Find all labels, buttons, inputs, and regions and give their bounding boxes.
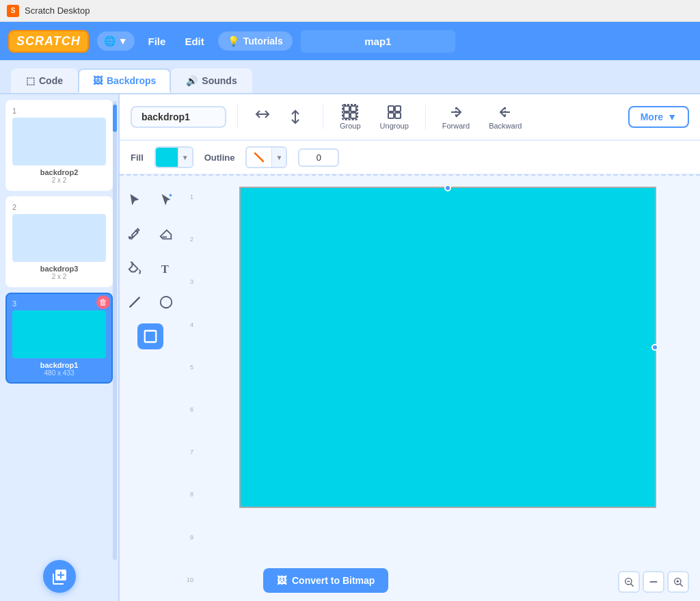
zoom-reset-button[interactable] bbox=[643, 571, 664, 593]
backdrop-item-2[interactable]: 2 backdrop3 2 x 2 bbox=[5, 196, 113, 287]
menu-file[interactable]: File bbox=[143, 31, 172, 51]
tool-row-1 bbox=[122, 187, 179, 213]
group-button[interactable]: Group bbox=[334, 101, 366, 133]
circle-tool-button[interactable] bbox=[153, 289, 179, 315]
backdrop-thumb-1 bbox=[12, 118, 106, 165]
backdrop-thumb-3 bbox=[12, 310, 106, 358]
forward-button[interactable]: Forward bbox=[437, 101, 475, 133]
fill-label: Fill bbox=[131, 152, 144, 163]
svg-rect-15 bbox=[145, 331, 157, 343]
toolbar-divider-1 bbox=[237, 105, 238, 129]
ruler-8: 8 bbox=[183, 491, 193, 498]
backdrop-item-3[interactable]: 3 🗑 backdrop1 480 x 433 bbox=[5, 293, 113, 384]
eraser-tool-button[interactable] bbox=[153, 221, 179, 247]
sounds-icon: 🔊 bbox=[186, 75, 198, 86]
svg-point-10 bbox=[170, 194, 172, 197]
backdrop-size-1: 2 x 2 bbox=[12, 176, 106, 184]
convert-to-bitmap-button[interactable]: 🖼 Convert to Bitmap bbox=[263, 568, 388, 593]
convert-icon: 🖼 bbox=[277, 575, 286, 586]
scroll-indicator bbox=[113, 101, 117, 560]
fill-tool-button[interactable] bbox=[122, 255, 148, 281]
outline-value-input[interactable] bbox=[298, 148, 339, 167]
project-name-input[interactable] bbox=[301, 30, 455, 53]
handle-top-center[interactable] bbox=[444, 185, 451, 191]
outline-icon-button[interactable]: ▼ bbox=[245, 146, 287, 168]
scratch-logo[interactable]: SCRATCH bbox=[8, 30, 89, 53]
reshape-tool-button[interactable] bbox=[153, 187, 179, 213]
title-bar: S Scratch Desktop bbox=[0, 0, 700, 22]
backward-label: Backward bbox=[489, 122, 522, 130]
select-tool-button[interactable] bbox=[122, 187, 148, 213]
ruler-9: 9 bbox=[183, 534, 193, 541]
backdrop-name-1: backdrop2 bbox=[12, 168, 106, 176]
svg-line-17 bbox=[631, 584, 634, 587]
svg-rect-7 bbox=[388, 113, 394, 118]
tab-sounds[interactable]: 🔊 Sounds bbox=[171, 68, 252, 93]
globe-icon: 🌐 bbox=[104, 36, 116, 46]
backdrop-name-field[interactable] bbox=[131, 106, 226, 128]
flip-horizontal-button[interactable] bbox=[249, 106, 276, 128]
handle-right-center[interactable] bbox=[651, 344, 658, 351]
zoom-in-button[interactable] bbox=[667, 571, 689, 593]
drawing-canvas[interactable] bbox=[239, 187, 656, 508]
tutorials-button[interactable]: 💡 Tutorials bbox=[218, 31, 293, 51]
brush-tool-button[interactable] bbox=[122, 221, 148, 247]
svg-rect-3 bbox=[351, 113, 356, 118]
ruler-5: 5 bbox=[183, 364, 193, 371]
toolbar-divider-2 bbox=[323, 105, 323, 129]
forward-label: Forward bbox=[442, 122, 470, 130]
backdrop-name-3: backdrop1 bbox=[12, 361, 106, 369]
fill-color-button[interactable]: ▼ bbox=[154, 146, 193, 168]
menu-edit[interactable]: Edit bbox=[179, 31, 209, 51]
tool-row-5 bbox=[137, 323, 163, 349]
menu-bar: SCRATCH 🌐 ▼ File Edit 💡 Tutorials bbox=[0, 22, 700, 60]
more-button[interactable]: More ▼ bbox=[628, 106, 689, 128]
ungroup-button[interactable]: Ungroup bbox=[375, 101, 414, 133]
ruler-6: 6 bbox=[183, 406, 193, 413]
fill-outline-row: Fill ▼ Outline ▼ bbox=[120, 141, 700, 174]
svg-text:T: T bbox=[161, 263, 169, 276]
ruler-3: 3 bbox=[183, 278, 193, 285]
tab-code[interactable]: ⬚ Code bbox=[11, 68, 78, 93]
backdrop-number-2: 2 bbox=[12, 203, 106, 211]
ruler-1: 1 bbox=[183, 193, 193, 200]
editor-toolbar: Group Ungroup Forward bbox=[120, 94, 700, 141]
backdrop-size-3: 480 x 433 bbox=[12, 369, 106, 377]
convert-label: Convert to Bitmap bbox=[292, 575, 375, 586]
flip-vertical-button[interactable] bbox=[284, 106, 312, 128]
svg-rect-8 bbox=[395, 113, 401, 118]
canvas-container bbox=[239, 187, 656, 508]
ruler-left: 1 2 3 4 5 6 7 8 9 10 bbox=[181, 176, 195, 601]
editor-panel: Group Ungroup Forward bbox=[120, 94, 700, 601]
tool-row-4 bbox=[122, 289, 179, 315]
more-arrow-icon: ▼ bbox=[667, 111, 677, 122]
group-label: Group bbox=[340, 122, 361, 130]
drawing-wrapper: T bbox=[120, 176, 700, 601]
zoom-out-button[interactable] bbox=[618, 571, 640, 593]
title-bar-text: Scratch Desktop bbox=[25, 5, 90, 16]
tool-row-3: T bbox=[122, 255, 179, 281]
line-tool-button[interactable] bbox=[122, 289, 148, 315]
svg-rect-0 bbox=[344, 106, 349, 111]
add-backdrop-button[interactable] bbox=[43, 560, 76, 593]
text-tool-button[interactable]: T bbox=[153, 255, 179, 281]
ruler-4: 4 bbox=[183, 321, 193, 328]
backdrop-item-1[interactable]: 1 backdrop2 2 x 2 bbox=[5, 100, 113, 191]
code-icon: ⬚ bbox=[26, 75, 35, 86]
svg-line-9 bbox=[255, 152, 264, 161]
tutorials-icon: 💡 bbox=[228, 36, 239, 46]
svg-line-21 bbox=[680, 584, 683, 587]
backdrop-thumb-2 bbox=[12, 214, 106, 262]
globe-dropdown-arrow: ▼ bbox=[118, 36, 128, 46]
backward-button[interactable]: Backward bbox=[483, 101, 527, 133]
delete-backdrop-badge[interactable]: 🗑 bbox=[96, 295, 110, 309]
tutorials-label: Tutorials bbox=[243, 36, 283, 46]
ungroup-label: Ungroup bbox=[380, 122, 409, 130]
canvas-area[interactable]: 1 2 3 4 5 6 7 8 9 10 bbox=[181, 176, 700, 601]
tab-backdrops[interactable]: 🖼 Backdrops bbox=[78, 68, 171, 93]
globe-button[interactable]: 🌐 ▼ bbox=[97, 31, 135, 51]
backdrop-number-1: 1 bbox=[12, 107, 106, 115]
rectangle-tool-button[interactable] bbox=[137, 323, 163, 349]
tabs-bar: ⬚ Code 🖼 Backdrops 🔊 Sounds bbox=[0, 60, 700, 94]
zoom-controls bbox=[618, 571, 689, 593]
